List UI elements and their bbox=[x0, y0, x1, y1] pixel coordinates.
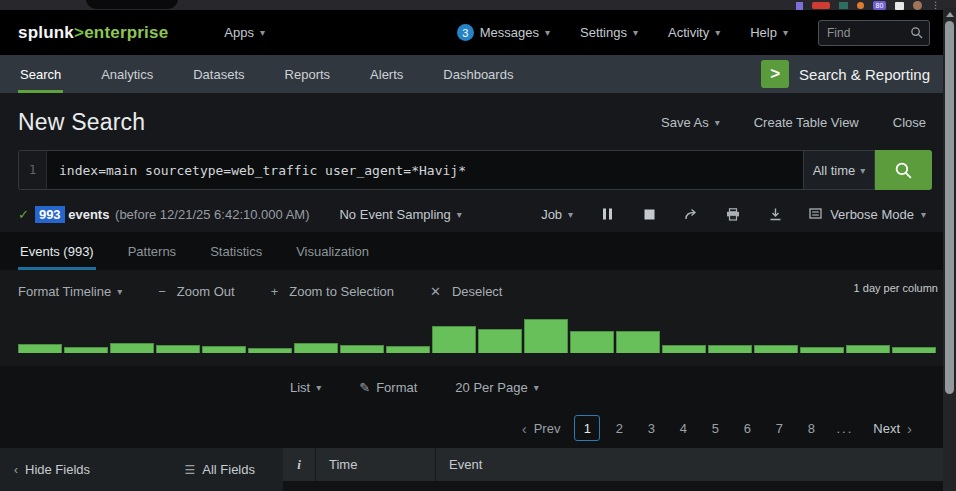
caret-down-icon: ▾ bbox=[316, 382, 321, 393]
nav-item-alerts[interactable]: Alerts bbox=[368, 55, 405, 93]
extension-badge[interactable]: 80 bbox=[873, 1, 886, 10]
pagination-ellipsis: ... bbox=[836, 421, 853, 436]
page-number-3[interactable]: 3 bbox=[638, 415, 664, 441]
find-input[interactable] bbox=[827, 26, 910, 40]
nav-item-search[interactable]: Search bbox=[18, 55, 63, 93]
timeline-bar[interactable] bbox=[708, 345, 752, 353]
event-sampling-menu[interactable]: No Event Sampling ▾ bbox=[339, 207, 461, 222]
timeline-bar[interactable] bbox=[846, 345, 890, 353]
column-header-time: Time bbox=[316, 448, 436, 481]
browser-extension-icon[interactable] bbox=[839, 2, 848, 9]
timeline-bar[interactable] bbox=[340, 345, 384, 353]
search-button[interactable] bbox=[875, 150, 932, 190]
tab-patterns[interactable]: Patterns bbox=[126, 232, 178, 270]
timeline-bar[interactable] bbox=[754, 345, 798, 353]
column-header-event: Event bbox=[436, 448, 956, 481]
per-page-menu[interactable]: 20 Per Page ▾ bbox=[455, 380, 538, 395]
timeline-bar[interactable] bbox=[110, 343, 154, 353]
vertical-scrollbar[interactable] bbox=[943, 8, 956, 491]
search-query-text[interactable]: index=main sourcetype=web_traffic user_a… bbox=[47, 151, 803, 189]
results-footer: ‹ Hide Fields ☰ All Fields i Time Event bbox=[0, 448, 956, 491]
activity-menu[interactable]: Activity ▾ bbox=[668, 25, 720, 40]
save-as-button[interactable]: Save As ▾ bbox=[661, 115, 720, 130]
prev-page-button[interactable]: ‹ Prev bbox=[522, 421, 561, 436]
next-page-button[interactable]: Next › bbox=[873, 421, 912, 436]
share-button[interactable] bbox=[683, 206, 699, 222]
timeline-bar[interactable] bbox=[570, 331, 614, 353]
page-number-6[interactable]: 6 bbox=[734, 415, 760, 441]
time-range-picker[interactable]: All time ▾ bbox=[803, 150, 875, 190]
deselect-button[interactable]: ✕ Deselect bbox=[430, 284, 502, 299]
pencil-icon: ✎ bbox=[359, 380, 370, 395]
list-view-menu[interactable]: List ▾ bbox=[290, 380, 321, 395]
settings-menu[interactable]: Settings ▾ bbox=[580, 25, 638, 40]
tab-events-993[interactable]: Events (993) bbox=[18, 232, 96, 270]
timeline-bar[interactable] bbox=[386, 346, 430, 353]
zoom-out-button[interactable]: − Zoom Out bbox=[158, 284, 234, 299]
timeline-bar[interactable] bbox=[202, 346, 246, 353]
hide-fields-button[interactable]: ‹ Hide Fields bbox=[14, 462, 90, 477]
timeline-bar[interactable] bbox=[18, 344, 62, 353]
export-button[interactable] bbox=[767, 206, 783, 222]
plus-icon: + bbox=[271, 284, 279, 299]
timeline-panel: Format Timeline ▾ − Zoom Out + Zoom to S… bbox=[0, 270, 956, 366]
page-number-4[interactable]: 4 bbox=[670, 415, 696, 441]
search-icon bbox=[910, 26, 923, 39]
messages-menu[interactable]: 3 Messages ▾ bbox=[457, 24, 550, 41]
table-body-edge bbox=[283, 481, 956, 491]
pause-button[interactable] bbox=[599, 206, 615, 222]
search-query-input[interactable]: 1 index=main sourcetype=web_traffic user… bbox=[18, 150, 803, 190]
search-reporting-app-icon[interactable]: > bbox=[761, 60, 789, 88]
browser-extension-icon[interactable] bbox=[895, 2, 904, 10]
timeline-bar[interactable] bbox=[478, 329, 522, 353]
timeline-bar[interactable] bbox=[156, 345, 200, 353]
apps-menu[interactable]: Apps ▾ bbox=[224, 25, 265, 40]
all-fields-button[interactable]: ☰ All Fields bbox=[184, 462, 255, 477]
job-menu[interactable]: Job ▾ bbox=[541, 207, 573, 222]
timeline-bar[interactable] bbox=[892, 347, 936, 353]
browser-menu-icon[interactable]: ⋮ bbox=[931, 1, 940, 10]
print-button[interactable] bbox=[725, 206, 741, 222]
help-menu[interactable]: Help ▾ bbox=[750, 25, 788, 40]
page-number-5[interactable]: 5 bbox=[702, 415, 728, 441]
nav-item-analytics[interactable]: Analytics bbox=[99, 55, 155, 93]
browser-profile-avatar[interactable] bbox=[913, 1, 922, 10]
timeline-bar[interactable] bbox=[248, 348, 292, 353]
timeline-bar[interactable] bbox=[64, 347, 108, 353]
close-button[interactable]: Close bbox=[893, 115, 926, 130]
timeline-bar[interactable] bbox=[800, 347, 844, 353]
browser-extension-icon[interactable] bbox=[857, 2, 864, 9]
timeline-bar[interactable] bbox=[294, 343, 338, 353]
create-table-view-button[interactable]: Create Table View bbox=[754, 115, 859, 130]
page-number-8[interactable]: 8 bbox=[798, 415, 824, 441]
page-header: New Search Save As ▾ Create Table View C… bbox=[0, 93, 956, 150]
format-timeline-menu[interactable]: Format Timeline ▾ bbox=[18, 284, 122, 299]
splunk-logo[interactable]: splunk>enterprise bbox=[18, 23, 168, 43]
scroll-up-arrow-icon[interactable] bbox=[946, 12, 954, 17]
browser-extension-icon[interactable] bbox=[812, 2, 830, 9]
timeline-bar[interactable] bbox=[662, 345, 706, 353]
timeline-bar[interactable] bbox=[432, 326, 476, 353]
page-number-2[interactable]: 2 bbox=[606, 415, 632, 441]
timeline-bars[interactable] bbox=[18, 319, 936, 353]
page-number-7[interactable]: 7 bbox=[766, 415, 792, 441]
stop-button[interactable] bbox=[641, 206, 657, 222]
job-status-row: ✓ 993 events (before 12/21/25 6:42:10.00… bbox=[0, 196, 956, 232]
zoom-to-selection-button[interactable]: + Zoom to Selection bbox=[271, 284, 394, 299]
timeline-bar[interactable] bbox=[616, 331, 660, 353]
nav-item-datasets[interactable]: Datasets bbox=[191, 55, 246, 93]
timeline-bar[interactable] bbox=[524, 319, 568, 353]
browser-extension-icon[interactable] bbox=[796, 2, 803, 10]
page-number-1[interactable]: 1 bbox=[574, 415, 600, 441]
nav-item-dashboards[interactable]: Dashboards bbox=[441, 55, 515, 93]
nav-item-reports[interactable]: Reports bbox=[283, 55, 333, 93]
scrollbar-thumb[interactable] bbox=[945, 21, 954, 394]
tab-statistics[interactable]: Statistics bbox=[208, 232, 264, 270]
tab-visualization[interactable]: Visualization bbox=[294, 232, 371, 270]
find-searchbox[interactable] bbox=[818, 20, 930, 46]
chevron-left-icon: ‹ bbox=[522, 421, 527, 436]
events-table: i Time Event bbox=[283, 448, 956, 491]
browser-tab[interactable] bbox=[86, 0, 178, 9]
format-results-button[interactable]: ✎ Format bbox=[359, 380, 417, 395]
search-mode-menu[interactable]: Verbose Mode ▾ bbox=[809, 207, 926, 222]
